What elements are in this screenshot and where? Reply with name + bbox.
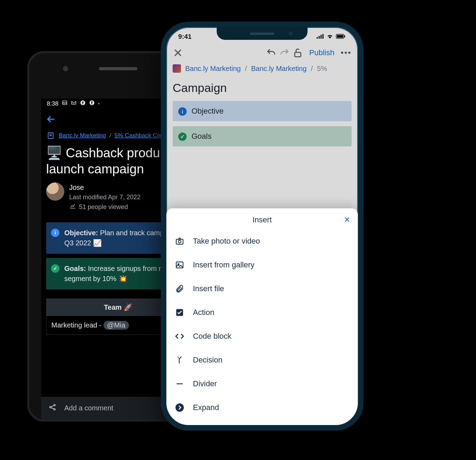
title-line-2: launch campaign <box>46 162 144 176</box>
attachment-icon <box>175 284 185 294</box>
phone-speaker <box>99 67 137 70</box>
svg-rect-14 <box>344 35 345 37</box>
goals-label: Goals: <box>64 265 86 272</box>
facebook-icon-2 <box>89 100 95 107</box>
svg-rect-13 <box>337 35 343 38</box>
breadcrumb-sep: / <box>245 65 247 73</box>
breadcrumb-link-1[interactable]: Banc.ly Marketing <box>185 65 241 73</box>
publish-button[interactable]: Publish <box>309 48 334 57</box>
sheet-item-label: Action <box>193 308 214 317</box>
expand-icon <box>175 403 185 412</box>
team-row-label: Marketing lead - <box>51 321 103 329</box>
chart-icon <box>69 202 76 212</box>
sheet-item-label: Decision <box>193 355 222 365</box>
breadcrumb-link-1[interactable]: Banc.ly Marketing <box>59 132 106 139</box>
sheet-item-label: Divider <box>193 379 217 388</box>
sheet-close-button[interactable]: ✕ <box>344 215 350 224</box>
share-icon[interactable] <box>48 403 57 413</box>
facebook-icon <box>80 100 86 107</box>
sheet-item-label: Take photo or video <box>193 237 260 246</box>
goals-label: Goals <box>192 132 211 141</box>
goals-panel[interactable]: ✓ Goals <box>173 126 352 146</box>
svg-point-17 <box>178 240 181 243</box>
insert-sheet: Insert ✕ Take photo or video Insert from… <box>166 208 358 426</box>
info-icon: i <box>51 229 59 237</box>
insert-divider[interactable]: Divider <box>166 372 358 396</box>
gmail-icon <box>71 100 77 107</box>
notch-speaker <box>250 33 274 35</box>
user-mention[interactable]: @Mia <box>103 321 129 330</box>
svg-rect-11 <box>323 34 324 38</box>
insert-decision[interactable]: Decision <box>166 348 358 372</box>
sheet-title: Insert <box>252 215 272 224</box>
svg-rect-8 <box>317 37 318 38</box>
views-count: 51 people viewed <box>79 202 128 211</box>
avatar[interactable] <box>46 182 64 201</box>
space-icon <box>173 64 181 73</box>
objective-label: Objective: <box>64 229 98 237</box>
author-name: Jose <box>69 182 140 193</box>
sheet-item-label: Expand <box>193 403 219 412</box>
insert-take-photo[interactable]: Take photo or video <box>166 229 358 253</box>
image-icon <box>62 100 67 107</box>
breadcrumb-link-2[interactable]: Banc.ly Marketing <box>251 65 307 73</box>
svg-rect-10 <box>320 35 322 39</box>
decision-icon <box>175 355 185 365</box>
wifi-icon <box>326 33 333 41</box>
title-line-1: 🖥️ Cashback produ <box>46 146 160 160</box>
insert-code-block[interactable]: Code block <box>166 324 358 348</box>
insert-expand[interactable]: Expand <box>166 396 358 419</box>
signal-icon <box>317 33 324 41</box>
breadcrumb-sep-2: / <box>311 65 313 73</box>
iphone-frame: 9:41 Publish ••• <box>161 22 363 431</box>
code-icon <box>175 331 185 341</box>
sheet-item-label: Code block <box>193 332 231 341</box>
status-time: 9:41 <box>178 33 192 41</box>
page-title[interactable]: Campaign <box>166 76 358 101</box>
divider-icon <box>175 379 185 389</box>
status-time: 8:38 <box>47 100 58 107</box>
last-modified: Last modified Apr 7, 2022 <box>69 193 140 202</box>
phone-camera-dot <box>63 66 68 71</box>
sheet-header: Insert ✕ <box>166 208 358 229</box>
check-icon: ✓ <box>51 264 59 273</box>
more-button[interactable]: ••• <box>341 48 352 58</box>
objective-panel[interactable]: i Objective <box>173 101 352 121</box>
svg-point-21 <box>175 403 184 412</box>
camera-icon <box>175 236 185 246</box>
page-icon <box>46 131 55 140</box>
objective-label: Objective <box>192 107 224 116</box>
svg-rect-15 <box>295 52 301 57</box>
battery-icon <box>336 33 346 41</box>
insert-from-gallery[interactable]: Insert from gallery <box>166 253 358 277</box>
back-button[interactable] <box>46 114 56 125</box>
comment-placeholder[interactable]: Add a comment <box>64 404 113 412</box>
editor-toolbar: Publish ••• <box>166 43 358 62</box>
insert-file[interactable]: Insert file <box>166 277 358 301</box>
iphone-notch <box>217 27 308 40</box>
svg-point-7 <box>54 409 55 410</box>
info-icon: i <box>178 107 187 116</box>
breadcrumb: Banc.ly Marketing / Banc.ly Marketing / … <box>166 62 358 76</box>
gallery-icon <box>175 260 185 270</box>
close-button[interactable] <box>173 48 183 58</box>
notch-camera <box>289 31 293 36</box>
unlock-icon[interactable] <box>293 48 303 58</box>
svg-rect-9 <box>319 36 320 39</box>
checkbox-icon <box>175 308 185 317</box>
more-dot-icon: • <box>98 102 100 106</box>
breadcrumb-truncated[interactable]: 5% <box>317 65 327 73</box>
check-icon: ✓ <box>178 132 187 141</box>
sheet-item-label: Insert file <box>193 284 224 293</box>
undo-button[interactable] <box>266 48 276 58</box>
breadcrumb-sep: / <box>109 132 111 139</box>
svg-point-6 <box>54 404 55 406</box>
sheet-item-label: Insert from gallery <box>193 260 254 269</box>
insert-action[interactable]: Action <box>166 301 358 324</box>
svg-point-5 <box>50 407 51 408</box>
redo-button[interactable] <box>279 48 290 58</box>
